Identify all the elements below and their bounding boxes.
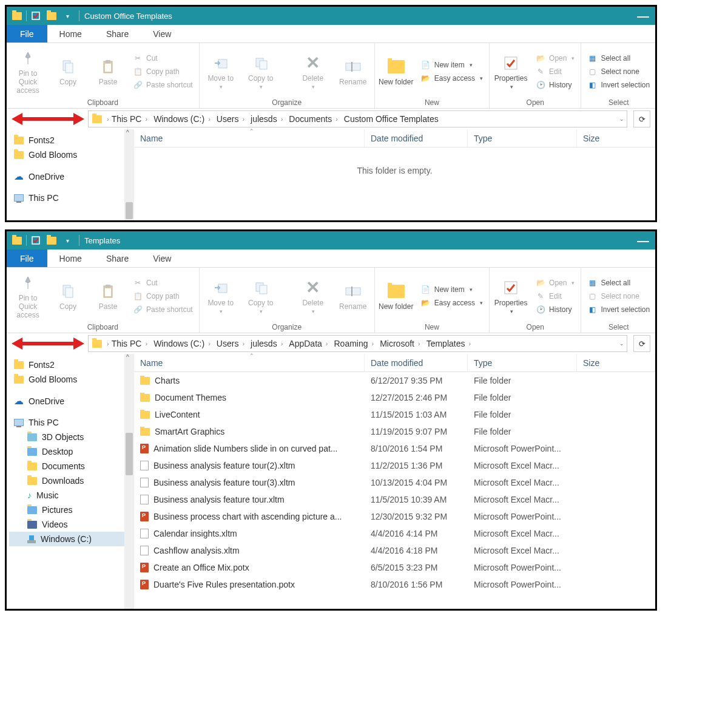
breadcrumb[interactable]: This PC›: [110, 339, 151, 348]
chevron-right-icon[interactable]: ›: [143, 115, 150, 123]
paste-shortcut-button[interactable]: 🔗Paste shortcut: [130, 304, 195, 315]
tab-view[interactable]: View: [141, 249, 183, 267]
tab-home[interactable]: Home: [47, 25, 94, 42]
scrollbar[interactable]: ^: [124, 354, 134, 609]
new-item-button[interactable]: 📄New item ▾: [419, 59, 485, 70]
tab-share[interactable]: Share: [94, 249, 141, 267]
sidebar-item-thispc[interactable]: This PC: [9, 191, 132, 205]
copy-button[interactable]: Copy: [50, 55, 86, 89]
history-button[interactable]: 🕑History: [533, 80, 577, 90]
tab-file[interactable]: File: [7, 25, 47, 42]
rename-button[interactable]: Rename: [335, 279, 371, 313]
sidebar-item[interactable]: Downloads: [9, 473, 132, 488]
folder-qat-icon[interactable]: [45, 9, 58, 22]
tab-share[interactable]: Share: [94, 25, 141, 42]
edit-button[interactable]: ✎Edit: [533, 66, 577, 77]
table-row[interactable]: Business analysis feature tour.xltm11/5/…: [134, 491, 655, 508]
easy-access-button[interactable]: 📂Easy access ▾: [419, 73, 485, 84]
table-row[interactable]: Cashflow analysis.xltm4/4/2016 4:18 PMMi…: [134, 542, 655, 559]
breadcrumb[interactable]: Windows (C:)›: [152, 114, 214, 124]
breadcrumb[interactable]: julesds›: [249, 114, 286, 124]
breadcrumb[interactable]: Documents›: [288, 114, 341, 124]
copy-path-button[interactable]: 📋Copy path: [130, 66, 195, 77]
table-row[interactable]: Charts6/12/2017 9:35 PMFile folder: [134, 372, 655, 389]
history-button[interactable]: 🕑History: [533, 304, 577, 315]
paste-button[interactable]: Paste: [90, 279, 126, 313]
col-name[interactable]: Name⌃: [134, 129, 365, 147]
qat-dropdown-icon[interactable]: ▾: [61, 234, 74, 247]
sidebar-item-selected[interactable]: Windows (C:): [9, 532, 132, 546]
breadcrumb[interactable]: julesds›: [249, 339, 286, 348]
easy-access-button[interactable]: 📂Easy access ▾: [419, 297, 485, 308]
chevron-right-icon[interactable]: ›: [278, 115, 286, 123]
sidebar-item[interactable]: Fonts2: [9, 358, 132, 372]
table-row[interactable]: Business analysis feature tour(3).xltm10…: [134, 474, 655, 491]
invert-selection-button[interactable]: ◧Invert selection: [585, 80, 652, 90]
tab-file[interactable]: File: [7, 249, 47, 267]
sidebar-item[interactable]: Gold Blooms: [9, 372, 132, 387]
cut-button[interactable]: ✂Cut: [130, 53, 195, 64]
sidebar-item-onedrive[interactable]: ☁OneDrive: [9, 168, 132, 185]
copy-to-button[interactable]: Copy to▾: [243, 276, 278, 317]
table-row[interactable]: LiveContent11/15/2015 1:03 AMFile folder: [134, 406, 655, 423]
minimize-icon[interactable]: —: [637, 9, 649, 23]
sidebar-item[interactable]: 3D Objects: [9, 430, 132, 444]
select-none-button[interactable]: ▢Select none: [585, 291, 652, 302]
delete-button[interactable]: ✕ Delete▾: [295, 51, 331, 92]
invert-selection-button[interactable]: ◧Invert selection: [585, 304, 652, 315]
col-size[interactable]: Size: [577, 354, 655, 371]
properties-qat-icon[interactable]: [29, 9, 42, 22]
cut-button[interactable]: ✂Cut: [130, 277, 195, 288]
chevron-right-icon[interactable]: ›: [240, 115, 247, 123]
breadcrumb[interactable]: Users›: [215, 114, 248, 124]
chevron-right-icon[interactable]: ›: [107, 115, 109, 123]
scrollbar[interactable]: ^: [124, 129, 134, 220]
breadcrumb[interactable]: AppData›: [288, 339, 331, 348]
chevron-right-icon[interactable]: ›: [107, 340, 109, 347]
tab-home[interactable]: Home: [47, 249, 94, 267]
table-row[interactable]: Calendar insights.xltm4/4/2016 4:14 PMMi…: [134, 525, 655, 542]
minimize-icon[interactable]: —: [637, 234, 649, 248]
table-row[interactable]: Business analysis feature tour(2).xltm11…: [134, 457, 655, 474]
select-all-button[interactable]: ▦Select all: [585, 277, 652, 288]
table-row[interactable]: SmartArt Graphics11/19/2015 9:07 PMFile …: [134, 423, 655, 440]
move-to-button[interactable]: Move to▾: [203, 51, 238, 92]
sidebar-item[interactable]: Gold Blooms: [9, 147, 132, 162]
chevron-down-icon[interactable]: ⌄: [619, 116, 624, 122]
open-button[interactable]: 📂Open ▾: [533, 277, 577, 288]
breadcrumb[interactable]: Roaming›: [332, 339, 377, 348]
address-bar[interactable]: › This PC› Windows (C:)› Users› julesds›…: [88, 110, 627, 127]
properties-button[interactable]: Properties▾: [493, 51, 528, 92]
new-folder-button[interactable]: New folder: [379, 55, 414, 89]
col-size[interactable]: Size: [577, 129, 655, 147]
delete-button[interactable]: ✕Delete▾: [295, 276, 331, 317]
col-type[interactable]: Type: [468, 354, 577, 371]
col-date[interactable]: Date modified: [365, 354, 468, 371]
folder-qat-icon[interactable]: [45, 234, 58, 247]
sidebar-item[interactable]: Pictures: [9, 503, 132, 517]
new-item-button[interactable]: 📄New item ▾: [419, 284, 485, 295]
sidebar-item-thispc[interactable]: This PC: [9, 415, 132, 430]
select-all-button[interactable]: ▦Select all: [585, 53, 652, 64]
refresh-button[interactable]: ⟳: [633, 110, 650, 127]
open-button[interactable]: 📂Open ▾: [533, 53, 577, 64]
col-name[interactable]: Name⌃: [134, 354, 365, 371]
pin-to-quick-access-button[interactable]: Pin to Quick access: [10, 46, 46, 97]
copy-to-button[interactable]: Copy to▾: [243, 51, 278, 92]
sidebar-item[interactable]: Documents: [9, 459, 132, 473]
copy-path-button[interactable]: 📋Copy path: [130, 291, 195, 302]
paste-shortcut-button[interactable]: 🔗Paste shortcut: [130, 80, 195, 90]
table-row[interactable]: Duarte's Five Rules presentation.potx8/1…: [134, 576, 655, 593]
chevron-right-icon[interactable]: ›: [206, 115, 213, 123]
paste-button[interactable]: Paste: [90, 55, 126, 89]
pin-to-quick-access-button[interactable]: Pin to Quick access: [10, 271, 46, 322]
address-bar[interactable]: › This PC› Windows (C:)› Users› julesds›…: [88, 335, 627, 352]
qat-dropdown-icon[interactable]: ▾: [61, 9, 74, 22]
sidebar-item[interactable]: ♪Music: [9, 488, 132, 503]
table-row[interactable]: Document Themes12/27/2015 2:46 PMFile fo…: [134, 389, 655, 406]
edit-button[interactable]: ✎Edit: [533, 291, 577, 302]
col-date[interactable]: Date modified: [365, 129, 468, 147]
table-row[interactable]: Create an Office Mix.potx6/5/2015 3:23 P…: [134, 559, 655, 576]
copy-button[interactable]: Copy: [50, 279, 86, 313]
breadcrumb[interactable]: Microsoft›: [379, 339, 423, 348]
